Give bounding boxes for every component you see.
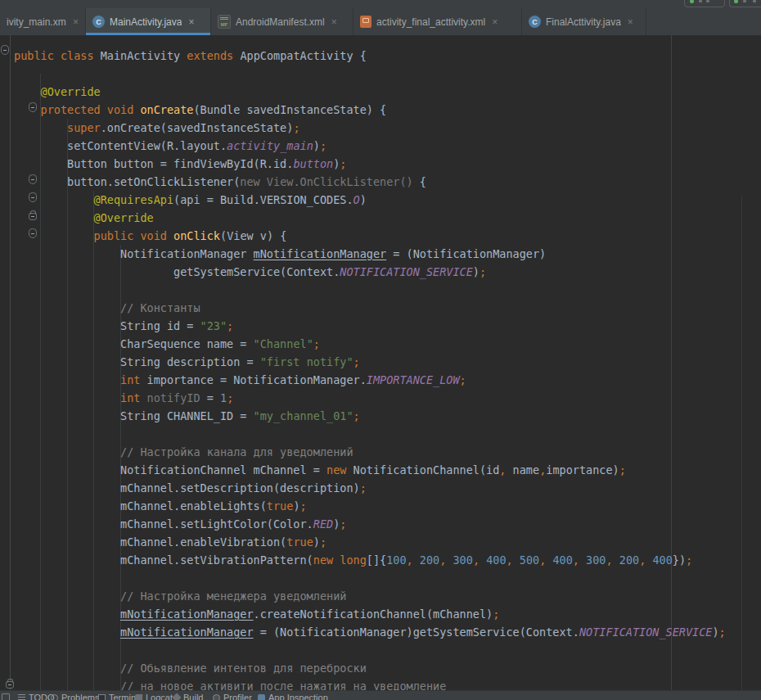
- code-line-31: mNotificationManager.createNotificationC…: [14, 605, 726, 623]
- code-line-2: @Override: [14, 83, 726, 101]
- profiler-icon: [213, 694, 220, 700]
- code-text: public class MainActivity extends AppCom…: [14, 47, 726, 690]
- code-line-10: public void onClick(View v) {: [14, 227, 726, 245]
- terminal-icon: [98, 694, 106, 700]
- code-line-25: mChannel.enableLights(true);: [14, 497, 726, 515]
- code-line-9: @Override: [14, 209, 726, 227]
- code-line-13: [14, 281, 726, 299]
- tab-activity-main-xml[interactable]: ivity_main.xml ×: [0, 8, 86, 35]
- code-line-1: [14, 65, 726, 83]
- android-studio-window: ivity_main.xml × C MainActivity.java × M…: [0, 0, 761, 700]
- tab-finalacttivity-java[interactable]: C FinalActtivity.java ×: [522, 8, 646, 35]
- code-line-35: // на новое активити после нажатия на ув…: [14, 677, 726, 690]
- toolbar-glyph: [743, 0, 746, 2]
- toolwindow-problems[interactable]: Problems: [51, 693, 99, 700]
- scrollbar-track-edge: [741, 195, 742, 690]
- code-line-8: @RequiresApi(api = Build.VERSION_CODES.O…: [14, 191, 726, 209]
- editor-tab-bar: ivity_main.xml × C MainActivity.java × M…: [0, 8, 761, 36]
- close-icon[interactable]: ×: [331, 16, 337, 28]
- close-icon[interactable]: ×: [73, 16, 79, 28]
- code-line-12: getSystemService(Context.NOTIFICATION_SE…: [14, 263, 726, 281]
- fold-lock-marker[interactable]: [6, 681, 14, 689]
- code-line-30: // Настройка менеджера уведомлений: [14, 587, 726, 605]
- code-line-4: super.onCreate(savedInstanceState);: [14, 119, 726, 137]
- code-line-16: CharSequence name = "Channel";: [14, 335, 726, 353]
- fold-marker[interactable]: [29, 228, 37, 238]
- build-hammer-icon: [172, 693, 181, 700]
- tab-androidmanifest-xml[interactable]: MF AndroidManifest.xml ×: [211, 8, 353, 35]
- fold-marker[interactable]: [29, 174, 37, 184]
- code-line-14: // Константы: [14, 299, 726, 317]
- code-line-33: [14, 641, 726, 659]
- java-class-icon: C: [92, 16, 105, 28]
- code-line-26: mChannel.setLightColor(Color.RED);: [14, 515, 726, 533]
- code-line-0: public class MainActivity extends AppCom…: [14, 47, 726, 65]
- tab-mainactivity-java[interactable]: C MainActivity.java ×: [86, 8, 211, 35]
- fold-lock-marker[interactable]: [29, 213, 37, 220]
- fold-marker[interactable]: [1, 45, 9, 55]
- tab-label: MainActivity.java: [110, 16, 182, 28]
- device-selector-widget[interactable]: [729, 0, 761, 7]
- tab-activity-final-acttivity-xml[interactable]: activity_final_acttivity.xml ×: [353, 8, 522, 35]
- code-line-20: String CHANNEL_ID = "my_channel_01";: [14, 407, 726, 425]
- fold-marker[interactable]: [29, 102, 37, 112]
- code-line-32: mNotificationManager = (NotificationMana…: [14, 623, 726, 641]
- toolbar-glyph: [706, 0, 709, 2]
- code-line-34: // Обьявление интентов для переброски: [14, 659, 726, 677]
- code-line-5: setContentView(R.layout.activity_main);: [14, 137, 726, 155]
- toolwindow-logcat[interactable]: Logcat: [135, 693, 173, 700]
- editor-gutter: [0, 35, 11, 690]
- code-line-24: mChannel.setDescription(description);: [14, 479, 726, 497]
- tab-label: activity_final_acttivity.xml: [376, 16, 485, 28]
- code-line-15: String id = "23";: [14, 317, 726, 335]
- toolbar-glyph: [699, 0, 702, 2]
- problems-icon: [51, 694, 58, 700]
- code-line-29: [14, 569, 726, 587]
- tab-label: FinalActtivity.java: [546, 16, 621, 28]
- code-line-17: String description = "first notify";: [14, 353, 726, 371]
- toolwindow-app-inspection[interactable]: App Inspection: [258, 693, 328, 700]
- tool-window-bar-cropped: TODO Problems Terminal Logcat Build Prof…: [0, 690, 761, 700]
- tool-window-corner-icon[interactable]: [2, 693, 10, 700]
- device-status-dot: [734, 0, 738, 3]
- toolwindow-todo[interactable]: TODO: [18, 693, 55, 700]
- code-line-22: // Настройка канала для уведомлений: [14, 443, 726, 461]
- tab-label: ivity_main.xml: [7, 16, 66, 28]
- code-line-21: [14, 425, 726, 443]
- code-line-3: protected void onCreate(Bundle savedInst…: [14, 101, 726, 119]
- code-line-23: NotificationChannel mChannel = new Notif…: [14, 461, 726, 479]
- layout-xml-file-icon: [360, 16, 371, 28]
- code-line-27: mChannel.enableVibration(true);: [14, 533, 726, 551]
- run-configuration-widget[interactable]: [684, 0, 725, 7]
- toolbar-glyph: [753, 0, 756, 2]
- toolwindow-build[interactable]: Build: [173, 693, 203, 700]
- code-editor[interactable]: public class MainActivity extends AppCom…: [0, 35, 761, 690]
- manifest-file-icon: MF: [218, 15, 231, 29]
- close-icon[interactable]: ×: [492, 16, 498, 28]
- run-status-dot: [690, 0, 694, 3]
- close-icon[interactable]: ×: [188, 16, 194, 28]
- close-icon[interactable]: ×: [628, 16, 633, 28]
- code-line-7: button.setOnClickListener(new View.OnCli…: [14, 173, 726, 191]
- tab-label: AndroidManifest.xml: [236, 16, 325, 28]
- java-class-icon: C: [529, 16, 541, 28]
- toolwindow-profiler[interactable]: Profiler: [213, 693, 252, 700]
- app-inspection-icon: [258, 694, 265, 700]
- code-line-28: mChannel.setVibrationPattern(new long[]{…: [14, 551, 726, 569]
- todo-list-icon: [18, 694, 25, 700]
- code-line-6: Button button = findViewById(R.id.button…: [14, 155, 726, 173]
- code-line-11: NotificationManager mNotificationManager…: [14, 245, 726, 263]
- logcat-icon: [135, 694, 142, 700]
- fold-marker[interactable]: [29, 192, 37, 202]
- code-line-18: int importance = NotificationManager.IMP…: [14, 371, 726, 389]
- code-line-19: int notifyID = 1;: [14, 389, 726, 407]
